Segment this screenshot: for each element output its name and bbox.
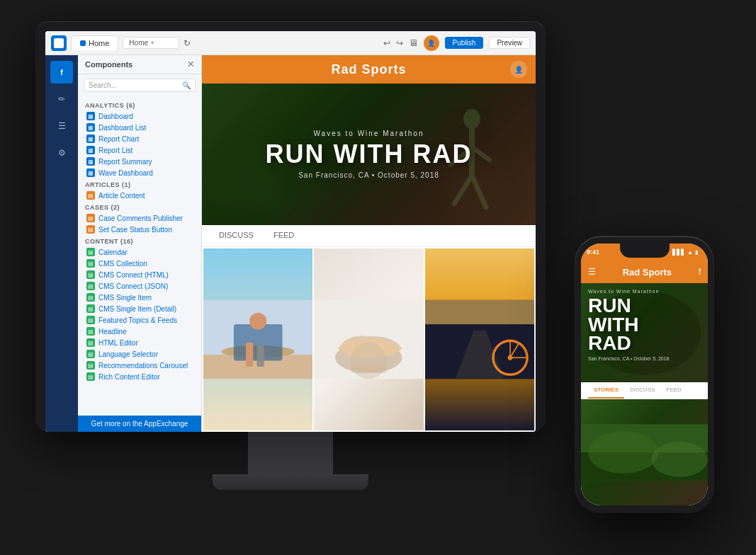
comp-cms-single[interactable]: ▤CMS Single Item — [78, 292, 201, 303]
comp-icon-cms-json: ▤ — [86, 282, 95, 290]
comp-report-list[interactable]: ▦Report List — [78, 144, 201, 156]
svg-point-31 — [651, 442, 708, 477]
hero-content: Waves to Wine Marathon RUN WITH RAD San … — [202, 84, 536, 225]
comp-rich-content[interactable]: ▤Rich Content Editor — [78, 371, 201, 382]
fb-icon: f — [60, 68, 63, 76]
sf-logo — [51, 35, 67, 51]
gallery-image-3 — [425, 248, 534, 430]
svg-rect-11 — [246, 343, 253, 367]
phone-hero-title: RUNWITHRAD — [588, 297, 701, 353]
battery-icon: ▮ — [695, 249, 698, 256]
comp-headline[interactable]: ▤Headline — [78, 326, 201, 337]
sidebar-icon-settings[interactable]: ⚙ — [50, 142, 73, 164]
monitor-neck — [248, 432, 333, 474]
site-nav: DISCUSS FEED — [202, 225, 536, 247]
sf-tab-dot — [80, 40, 86, 46]
salesforce-topbar: Home Home ▾ ↻ ↩ ↪ 🖥 👤 Publish — [45, 31, 536, 55]
nav-tab-discuss[interactable]: DISCUSS — [216, 225, 256, 246]
site-header-avatar[interactable]: 👤 — [510, 61, 527, 78]
comp-icon-dashboard-list: ▦ — [86, 123, 95, 132]
refresh-icon[interactable]: ↻ — [184, 38, 191, 48]
phone-gallery-image — [581, 399, 708, 505]
comp-cms-json[interactable]: ▤CMS Connect (JSON) — [78, 280, 201, 292]
monitor-base — [213, 474, 368, 490]
wifi-icon: ▲ — [687, 249, 693, 256]
nav-tab-feed[interactable]: FEED — [271, 225, 297, 246]
site-title: Rad Sports — [331, 62, 406, 77]
phone-notch — [620, 244, 670, 258]
publish-button[interactable]: Publish — [445, 37, 484, 49]
section-content: CONTENT (16) — [78, 235, 201, 246]
comp-recommendations[interactable]: ▤Recommendations Carousel — [78, 360, 201, 371]
phone-nav-feed[interactable]: FEED — [661, 382, 687, 399]
close-icon[interactable]: ✕ — [187, 59, 194, 69]
phone-status-icons: ▋▋▋ ▲ ▮ — [672, 249, 698, 256]
section-analytics: ANALYTICS (6) — [78, 99, 201, 110]
gear-icon: ⚙ — [58, 148, 66, 158]
sf-addr-bar[interactable]: Home ▾ — [123, 37, 179, 49]
comp-dashboard[interactable]: ▦Dashboard — [78, 110, 201, 122]
comp-article-content[interactable]: ▤Article Content — [78, 190, 201, 201]
comp-cms-single-detail[interactable]: ▤CMS Single Item (Detail) — [78, 303, 201, 314]
comp-icon-language: ▤ — [86, 350, 95, 358]
comp-wave-dashboard[interactable]: ▦Wave Dashboard — [78, 167, 201, 178]
user-avatar[interactable]: 👤 — [424, 35, 439, 51]
comp-calendar[interactable]: ▤Calendar — [78, 246, 201, 258]
comp-featured-topics[interactable]: ▤Featured Topics & Feeds — [78, 314, 201, 326]
comp-set-case[interactable]: ▤Set Case Status Button — [78, 224, 201, 235]
gallery-item-1 — [203, 248, 312, 430]
comp-case-comments[interactable]: ▤Case Comments Publisher — [78, 212, 201, 224]
comp-cms-html[interactable]: ▤CMS Connect (HTML) — [78, 269, 201, 280]
site-gallery — [202, 247, 536, 432]
comp-report-summary[interactable]: ▦Report Summary — [78, 156, 201, 167]
comp-cms-collection[interactable]: ▤CMS Collection — [78, 258, 201, 269]
search-placeholder: Search... — [89, 81, 117, 89]
hero-subtitle: Waves to Wine Marathon — [314, 130, 424, 137]
sidebar-icon-menu[interactable]: ☰ — [50, 115, 73, 137]
topbar-right: ↩ ↪ 🖥 👤 Publish Preview — [383, 35, 530, 51]
comp-icon-recommendations: ▤ — [86, 361, 95, 370]
sidebar-icon-components[interactable]: f — [50, 61, 73, 84]
comp-dashboard-list[interactable]: ▦Dashboard List — [78, 122, 201, 133]
svg-point-15 — [351, 343, 387, 379]
hamburger-icon: ☰ — [58, 121, 66, 131]
phone-nav: STORIES DISCUSS FEED — [581, 382, 708, 399]
components-header: Components ✕ — [78, 55, 201, 74]
phone-hero: Waves to Wine Marathon RUNWITHRAD San Fr… — [581, 283, 708, 382]
svg-point-10 — [249, 313, 266, 330]
scene: Home Home ▾ ↻ ↩ ↪ 🖥 👤 Publish — [0, 0, 756, 555]
phone-screen: 9:41 ▋▋▋ ▲ ▮ ☰ Rad Sports f — [581, 244, 708, 505]
phone-menu-icon[interactable]: ☰ — [588, 267, 596, 277]
signal-icon: ▋▋▋ — [672, 249, 685, 256]
comp-icon-set-case: ▤ — [86, 225, 95, 234]
comp-icon-html-editor: ▤ — [86, 338, 95, 347]
phone-hero-date: San Francisco, CA • October 5, 2018 — [588, 356, 701, 361]
phone-nav-discuss[interactable]: DISCUSS — [624, 382, 661, 399]
gallery-item-2 — [314, 248, 423, 430]
comp-icon-headline: ▤ — [86, 327, 95, 336]
search-icon: 🔍 — [182, 81, 191, 89]
sidebar-icon-edit[interactable]: ✏ — [50, 88, 73, 110]
gallery-image-1 — [203, 248, 312, 430]
svg-rect-16 — [351, 365, 387, 372]
sf-tab-home[interactable]: Home — [71, 35, 118, 50]
component-list: ANALYTICS (6) ▦Dashboard ▦Dashboard List… — [78, 96, 201, 416]
phone-header-title: Rad Sports — [623, 267, 672, 278]
pencil-icon: ✏ — [58, 94, 65, 104]
comp-report-chart[interactable]: ▦Report Chart — [78, 133, 201, 144]
comp-icon-featured: ▤ — [86, 316, 95, 324]
gallery-image-2 — [314, 248, 423, 430]
phone-fb-icon[interactable]: f — [699, 267, 701, 277]
appexchange-button[interactable]: Get more on the AppExchange — [78, 416, 201, 432]
preview-button[interactable]: Preview — [489, 37, 530, 49]
redo-icon[interactable]: ↪ — [396, 38, 403, 48]
phone-nav-stories[interactable]: STORIES — [588, 382, 624, 399]
comp-language[interactable]: ▤Language Selector — [78, 348, 201, 360]
comp-html-editor[interactable]: ▤HTML Editor — [78, 337, 201, 348]
undo-icon[interactable]: ↩ — [383, 38, 390, 48]
sf-tab-label: Home — [89, 39, 109, 47]
sidebar-icons: f ✏ ☰ ⚙ — [45, 55, 78, 432]
search-input[interactable]: Search... 🔍 — [84, 79, 196, 92]
comp-icon-case-comments: ▤ — [86, 214, 95, 222]
monitor-icon: 🖥 — [409, 38, 418, 48]
